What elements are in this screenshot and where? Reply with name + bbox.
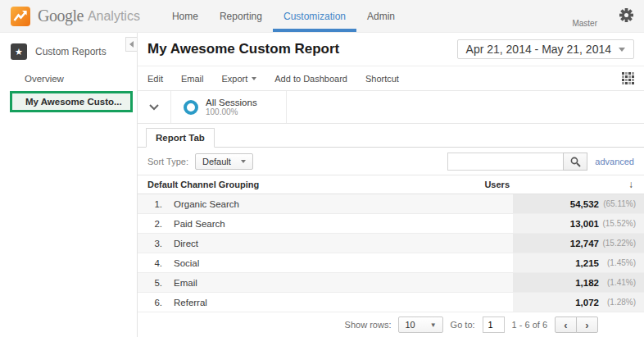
sidebar-collapse-button[interactable] (125, 37, 137, 52)
search-button[interactable] (563, 153, 587, 171)
users-value-cell: 13,001(15.52%) (513, 214, 644, 233)
shortcut-button[interactable]: Shortcut (365, 74, 399, 84)
users-value-cell: 1,182(1.41%) (513, 273, 644, 292)
search-input[interactable] (447, 153, 564, 171)
sidebar: ★ Custom Reports Overview My Awesome Cus… (0, 33, 138, 337)
date-range-selector[interactable]: Apr 21, 2014 - May 21, 2014 (457, 39, 634, 59)
primary-nav: Home Reporting Customization Admin (161, 0, 406, 32)
channel-name[interactable]: Email (174, 278, 197, 288)
date-range-text: Apr 21, 2014 - May 21, 2014 (466, 43, 611, 56)
channel-name[interactable]: Direct (174, 239, 198, 248)
page-body: ★ Custom Reports Overview My Awesome Cus… (0, 33, 644, 337)
report-tab-bar: Report Tab (138, 124, 644, 148)
row-rank: 1. (146, 199, 162, 209)
search-icon (570, 157, 581, 167)
channel-name[interactable]: Organic Search (174, 199, 239, 209)
channel-name[interactable]: Referral (174, 298, 207, 307)
custom-reports-label: Custom Reports (35, 46, 107, 57)
pagination-range: 1 - 6 of 6 (512, 320, 547, 330)
sort-direction-icon[interactable]: ↓ (628, 179, 633, 190)
segment-percent: 100.00% (206, 107, 257, 116)
email-button[interactable]: Email (181, 74, 204, 84)
table-row[interactable]: 1.Organic Search 54,532(65.11%) (138, 194, 644, 214)
channel-name[interactable]: Paid Search (174, 219, 225, 229)
next-page-button[interactable]: › (576, 317, 598, 333)
export-button[interactable]: Export (221, 74, 256, 84)
caret-down-icon: ▼ (430, 321, 437, 329)
nav-admin[interactable]: Admin (356, 0, 406, 32)
segment-row: All Sessions 100.00% (138, 91, 644, 124)
top-nav: Google Analytics Home Reporting Customiz… (0, 0, 644, 33)
caret-down-icon (619, 48, 625, 52)
segment-name: All Sessions (206, 98, 257, 107)
column-header-default-channel-grouping[interactable]: Default Channel Grouping (147, 180, 259, 189)
users-value-cell: 54,532(65.11%) (513, 194, 644, 213)
table-row[interactable]: 6.Referral 1,072(1.28%) (138, 293, 644, 312)
logo-product-text: Analytics (88, 9, 140, 24)
row-rank: 2. (146, 219, 162, 229)
goto-label: Go to: (451, 320, 475, 330)
users-value-cell: 12,747(15.22%) (513, 234, 644, 253)
channel-name[interactable]: Social (174, 258, 199, 268)
table-header: Default Channel Grouping Users ↓ (138, 175, 644, 194)
tab-report-tab[interactable]: Report Tab (146, 128, 215, 148)
main-panel: My Awesome Custom Report Apr 21, 2014 - … (138, 33, 644, 337)
pagination-bar: Show rows: 10 ▼ Go to: 1 - 6 of 6 ‹ › (138, 312, 644, 337)
column-header-users[interactable]: Users (484, 180, 510, 189)
segment-all-sessions[interactable]: All Sessions 100.00% (171, 91, 287, 123)
report-header: My Awesome Custom Report Apr 21, 2014 - … (138, 33, 644, 66)
users-value-cell: 1,072(1.28%) (513, 293, 644, 312)
nav-home[interactable]: Home (161, 0, 209, 32)
segment-donut-icon (184, 100, 198, 115)
row-rank: 4. (146, 258, 162, 268)
segment-expand-button[interactable] (138, 91, 171, 123)
table-row[interactable]: 2.Paid Search 13,001(15.52%) (138, 214, 644, 234)
chevron-down-icon (149, 104, 159, 111)
page-title: My Awesome Custom Report (147, 41, 339, 57)
report-action-bar: Edit Email Export Add to Dashboard Short… (138, 66, 644, 91)
show-rows-label: Show rows: (345, 320, 392, 330)
pager: ‹ › (555, 317, 598, 333)
row-rank: 3. (146, 239, 162, 248)
edit-button[interactable]: Edit (147, 74, 163, 84)
logo-brand-text: Google (38, 7, 84, 25)
advanced-search-link[interactable]: advanced (595, 157, 634, 166)
sort-type-select[interactable]: Default (195, 153, 253, 170)
users-value-cell: 1,215(1.45%) (513, 253, 644, 272)
sidebar-item-overview[interactable]: Overview (0, 70, 137, 88)
table-controls: Sort Type: Default advanced (138, 148, 644, 175)
add-to-dashboard-button[interactable]: Add to Dashboard (274, 74, 347, 84)
table-row[interactable]: 3.Direct 12,747(15.22%) (138, 234, 644, 253)
account-selector-label[interactable]: Master (572, 19, 597, 28)
table-row[interactable]: 5.Email 1,182(1.41%) (138, 273, 644, 293)
prev-page-button[interactable]: ‹ (555, 317, 577, 333)
goto-page-input[interactable] (483, 317, 505, 333)
row-rank: 6. (146, 298, 162, 307)
table-row[interactable]: 4.Social 1,215(1.45%) (138, 253, 644, 273)
google-analytics-logo[interactable]: Google Analytics (0, 0, 140, 32)
sidebar-item-custom-reports[interactable]: ★ Custom Reports (0, 33, 137, 70)
google-analytics-screen: Google Analytics Home Reporting Customiz… (0, 0, 644, 337)
show-rows-select[interactable]: 10 ▼ (398, 317, 442, 333)
keyboard-grid-icon[interactable] (622, 72, 634, 84)
sidebar-item-my-awesome-custom-report[interactable]: My Awesome Custo... (10, 91, 133, 112)
caret-down-icon (252, 77, 256, 80)
caret-down-icon (241, 160, 246, 163)
collapse-left-icon (129, 41, 134, 48)
row-rank: 5. (146, 278, 162, 288)
gear-icon[interactable] (619, 8, 633, 25)
star-icon: ★ (11, 43, 27, 60)
sort-type-label: Sort Type: (147, 157, 188, 166)
nav-customization[interactable]: Customization (273, 0, 356, 32)
nav-reporting[interactable]: Reporting (209, 0, 273, 32)
ga-zigzag-icon (10, 6, 31, 27)
